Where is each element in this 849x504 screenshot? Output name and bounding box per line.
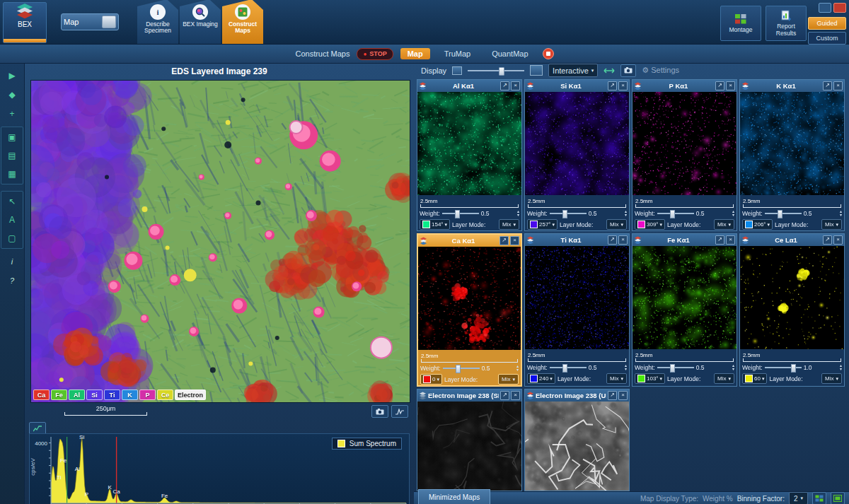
electron-image-se[interactable] [417,402,521,491]
color-select[interactable]: 154° ▾ [420,219,450,230]
slider-thumb[interactable] [562,210,567,218]
color-select[interactable]: 0 ▾ [420,374,442,385]
electron-image-ubse[interactable] [525,402,629,491]
grid-layout-icon[interactable] [812,492,826,504]
acquire-icon[interactable]: ▶ [3,67,21,84]
weight-stepper[interactable]: ▴▾ [625,364,627,371]
weight-slider[interactable] [442,210,479,217]
session-close-icon[interactable] [833,3,846,13]
pointer-icon[interactable]: ↖ [3,193,21,210]
slider-thumb[interactable] [456,365,461,373]
slider-thumb[interactable] [455,210,460,218]
expand-tile-button[interactable]: ↗ [715,81,724,90]
map-tile-header[interactable]: K Kα1 ↗ × [740,80,844,92]
element-map-image[interactable] [418,247,521,350]
close-tile-button[interactable]: × [726,235,735,245]
tile-size-slider[interactable] [468,66,524,75]
weight-slider[interactable] [765,210,802,217]
weight-stepper[interactable]: ▴▾ [732,210,734,217]
color-select[interactable]: 103° ▾ [635,373,665,384]
expand-tile-button[interactable]: ↗ [500,81,509,90]
slider-thumb[interactable] [670,364,675,373]
expand-tile-button[interactable]: ↗ [608,81,617,90]
close-tile-button[interactable]: × [511,391,520,400]
bex-logo[interactable]: BEX [3,2,47,43]
toggle-knob[interactable] [102,16,116,28]
color-select[interactable]: 60 ▾ [742,373,767,384]
weight-slider[interactable] [443,365,480,372]
layer-mode-select[interactable]: Mix ▾ [821,219,842,230]
report-results-button[interactable]: Report Results [766,6,807,41]
binning-factor-select[interactable]: 2 ▾ [789,492,808,504]
layer-mode-select[interactable]: Mix ▾ [606,219,627,230]
element-map-image[interactable] [633,246,737,349]
spectrum-panel[interactable]: 400002468101214161820FeTiSiAlPKCaFe cps/… [29,433,410,504]
expand-tile-button[interactable]: ↗ [715,235,724,245]
map-tile-header[interactable]: Ca Kα1 ↗ × [418,235,521,247]
single-layout-icon[interactable] [831,492,845,504]
map-tile-header[interactable]: P Kα1 ↗ × [633,80,737,92]
small-tiles-icon[interactable] [452,66,462,75]
element-chip[interactable]: Electron [175,389,206,400]
close-tile-button[interactable]: × [618,391,628,400]
element-chip[interactable]: K [122,389,138,400]
text-annotation-icon[interactable]: A [3,211,21,228]
guided-mode-button[interactable]: Guided [808,17,846,30]
element-chip[interactable]: Ce [157,389,173,400]
grid-view-icon[interactable]: ▣ [3,129,21,146]
snapshot-icon[interactable] [371,405,388,418]
specimen-icon[interactable]: ◆ [3,86,21,103]
element-chip[interactable]: Si [86,389,103,400]
layer-mode-select[interactable]: Mix ▾ [498,374,519,385]
map-tile-header[interactable]: Electron Image 238 (SE) ↗ × [417,389,521,402]
weight-slider[interactable] [550,210,587,217]
tab-quantmap[interactable]: QuantMap [485,48,535,59]
profile-icon[interactable] [391,405,408,418]
close-tile-button[interactable]: × [726,81,735,90]
weight-stepper[interactable]: ▴▾ [840,210,842,217]
color-select[interactable]: 309° ▾ [635,219,665,230]
tile-view-icon[interactable]: ▦ [3,165,21,182]
display-switch-icon[interactable] [819,3,831,13]
close-tile-button[interactable]: × [618,235,628,245]
minimized-maps-tab[interactable]: Minimized Maps [418,489,490,504]
map-mode-toggle[interactable]: Map [61,13,119,30]
element-chip[interactable]: Fe [51,389,67,400]
element-map-image[interactable] [633,92,737,195]
slider-thumb[interactable] [791,364,796,373]
slider-thumb[interactable] [778,210,782,218]
weight-slider[interactable] [765,364,802,371]
display-mode-select[interactable]: Interactive ▾ [548,64,598,77]
weight-stepper[interactable]: ▴▾ [840,364,842,371]
map-tile-header[interactable]: Ti Kα1 ↗ × [525,234,629,246]
element-chip[interactable]: P [139,389,156,400]
help-icon[interactable]: ? [3,272,21,289]
element-map-image[interactable] [525,92,629,195]
settings-button[interactable]: ⚙ Settings [642,66,679,75]
layer-mode-select[interactable]: Mix ▾ [714,373,734,384]
map-display-type-select[interactable]: Weight % [703,495,733,503]
map-tile-header[interactable]: Ce Lα1 ↗ × [740,234,844,246]
expand-tile-button[interactable]: ↗ [823,81,832,90]
slider-thumb[interactable] [670,210,675,218]
layer-mode-select[interactable]: Mix ▾ [499,219,519,230]
large-tiles-icon[interactable] [530,65,543,76]
close-tile-button[interactable]: × [833,235,843,245]
weight-slider[interactable] [657,364,694,371]
element-map-image[interactable] [417,92,521,195]
split-view-icon[interactable]: ▤ [3,147,21,164]
weight-stepper[interactable]: ▴▾ [625,210,627,217]
close-tile-button[interactable]: × [833,81,843,90]
weight-slider[interactable] [550,364,587,371]
layer-mode-select[interactable]: Mix ▾ [606,373,627,384]
maps-status-icon[interactable] [543,48,554,59]
map-tile-header[interactable]: Fe Kα1 ↗ × [633,234,737,246]
expand-tile-button[interactable]: ↗ [608,235,617,245]
montage-button[interactable]: Montage [720,6,761,41]
stage-icon[interactable]: + [3,105,21,122]
step-bex-imaging[interactable]: BEX Imaging [180,0,221,44]
tab-map[interactable]: Map [400,48,430,59]
layer-mode-select[interactable]: Mix ▾ [821,373,842,384]
map-tile-header[interactable]: Si Kα1 ↗ × [525,80,629,92]
weight-stepper[interactable]: ▴▾ [732,364,734,371]
